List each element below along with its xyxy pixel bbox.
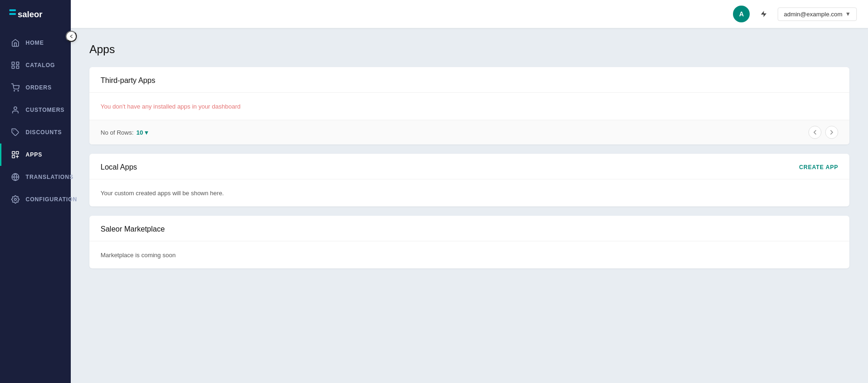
orders-icon	[11, 83, 20, 92]
sidebar-item-label-orders: ORDERS	[26, 84, 52, 91]
rows-value: 10	[136, 129, 143, 136]
sidebar-item-orders[interactable]: ORDERS	[0, 76, 71, 99]
sidebar-item-label-translations: TRANSLATIONS	[26, 174, 74, 180]
third-party-apps-body: You don't have any installed apps in you…	[89, 93, 849, 120]
rows-label-text: No of Rows:	[101, 129, 134, 136]
svg-rect-3	[12, 62, 14, 64]
sidebar-item-configuration[interactable]: CONFIGURATION	[0, 188, 71, 211]
marketplace-title: Saleor Marketplace	[101, 225, 165, 233]
rows-label: No of Rows: 10 ▾	[101, 129, 148, 136]
local-apps-title: Local Apps	[101, 163, 137, 171]
home-icon	[11, 38, 20, 48]
main-area: A admin@example.com ▼ Apps Third-party A…	[71, 0, 868, 383]
marketplace-header: Saleor Marketplace	[89, 216, 849, 241]
next-page-button[interactable]	[825, 126, 838, 139]
third-party-apps-title: Third-party Apps	[101, 76, 155, 85]
sidebar-item-catalog[interactable]: CATALOG	[0, 54, 71, 76]
sidebar-item-label-customers: CUSTOMERS	[26, 107, 65, 113]
svg-text:saleor: saleor	[18, 10, 42, 19]
apps-icon	[11, 150, 20, 159]
logo[interactable]: saleor	[0, 0, 71, 28]
sidebar-item-label-catalog: CATALOG	[26, 62, 55, 68]
sidebar-nav: HOME CATALOG ORDERS	[0, 28, 71, 383]
rows-footer: No of Rows: 10 ▾	[89, 120, 849, 144]
prev-page-button[interactable]	[808, 126, 821, 139]
avatar: A	[733, 6, 750, 22]
user-email: admin@example.com	[784, 11, 842, 18]
discounts-icon	[11, 128, 20, 137]
sidebar-item-home[interactable]: HOME	[0, 32, 71, 54]
catalog-icon	[11, 61, 20, 70]
sidebar-item-label-apps: APPS	[26, 151, 42, 158]
sidebar-item-label-home: HOME	[26, 40, 44, 46]
sidebar-item-label-configuration: CONFIGURATION	[26, 196, 77, 203]
local-apps-empty-message: Your custom created apps will be shown h…	[101, 190, 224, 197]
user-menu-button[interactable]: admin@example.com ▼	[778, 7, 857, 21]
create-app-button[interactable]: CREATE APP	[799, 164, 838, 171]
svg-rect-12	[16, 151, 19, 154]
translations-icon	[11, 172, 20, 182]
svg-rect-11	[12, 151, 14, 154]
rows-nav	[808, 126, 838, 139]
avatar-initials: A	[739, 10, 744, 18]
sidebar-item-customers[interactable]: CUSTOMERS	[0, 99, 71, 121]
third-party-apps-card: Third-party Apps You don't have any inst…	[89, 67, 849, 144]
collapse-sidebar-button[interactable]	[66, 31, 77, 42]
topbar: A admin@example.com ▼	[71, 0, 868, 28]
svg-point-18	[14, 198, 17, 201]
svg-rect-13	[12, 156, 14, 158]
sidebar-item-translations[interactable]: TRANSLATIONS	[0, 166, 71, 188]
local-apps-body: Your custom created apps will be shown h…	[89, 179, 849, 206]
svg-rect-6	[16, 66, 19, 68]
sidebar: saleor HOME CATALOG	[0, 0, 71, 383]
marketplace-message: Marketplace is coming soon	[101, 252, 176, 259]
sidebar-item-label-discounts: DISCOUNTS	[26, 129, 62, 136]
marketplace-card: Saleor Marketplace Marketplace is coming…	[89, 216, 849, 268]
customers-icon	[11, 105, 20, 115]
third-party-apps-header: Third-party Apps	[89, 67, 849, 93]
svg-point-9	[14, 107, 17, 109]
rows-dropdown-icon: ▾	[145, 129, 148, 136]
sidebar-item-apps[interactable]: APPS	[0, 144, 71, 166]
page-title: Apps	[89, 43, 849, 56]
svg-point-8	[18, 90, 19, 91]
svg-rect-0	[9, 9, 16, 11]
sidebar-item-discounts[interactable]: DISCOUNTS	[0, 121, 71, 144]
activity-button[interactable]	[755, 6, 772, 22]
svg-rect-5	[12, 66, 14, 68]
svg-rect-4	[16, 62, 19, 64]
third-party-apps-empty-message: You don't have any installed apps in you…	[101, 103, 241, 110]
local-apps-header: Local Apps CREATE APP	[89, 154, 849, 179]
local-apps-card: Local Apps CREATE APP Your custom create…	[89, 154, 849, 206]
marketplace-body: Marketplace is coming soon	[89, 241, 849, 268]
configuration-icon	[11, 195, 20, 204]
svg-marker-19	[761, 11, 766, 17]
svg-rect-1	[9, 13, 16, 15]
chevron-down-icon: ▼	[845, 11, 851, 17]
rows-select[interactable]: 10 ▾	[136, 129, 148, 136]
content-area: Apps Third-party Apps You don't have any…	[71, 28, 868, 383]
svg-point-7	[14, 90, 15, 91]
